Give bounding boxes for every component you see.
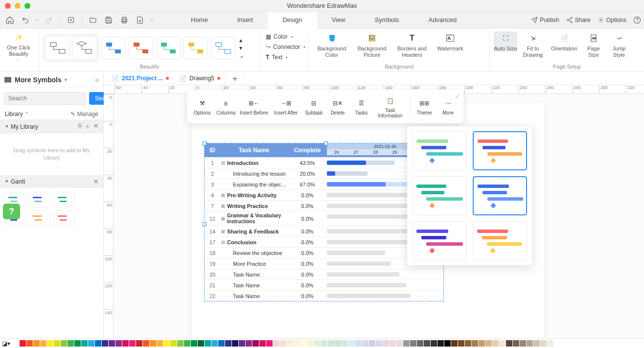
section-toggle-icon[interactable]: ▼ bbox=[5, 124, 9, 129]
document-tab[interactable]: 📄Drawing5 bbox=[174, 71, 226, 85]
beautify-style-6[interactable] bbox=[184, 37, 208, 59]
gantt-tasks-button[interactable]: ☰Tasks bbox=[350, 96, 373, 117]
open-icon[interactable] bbox=[86, 14, 100, 26]
theme-option[interactable] bbox=[473, 131, 528, 170]
color-swatch[interactable] bbox=[115, 340, 122, 347]
color-swatch[interactable] bbox=[163, 340, 170, 347]
color-swatch[interactable] bbox=[472, 340, 478, 347]
more-symbols-caret-icon[interactable]: ▾ bbox=[65, 77, 67, 82]
color-swatch[interactable] bbox=[479, 340, 485, 347]
color-swatch[interactable] bbox=[314, 340, 321, 347]
gantt-theme-button[interactable]: ⊞⊞Theme bbox=[413, 96, 436, 117]
gantt-symbol[interactable] bbox=[28, 192, 50, 208]
color-swatch[interactable] bbox=[300, 340, 307, 347]
color-swatch[interactable] bbox=[170, 340, 177, 347]
symbol-search-input[interactable] bbox=[4, 92, 86, 105]
color-swatch[interactable] bbox=[390, 340, 396, 347]
color-swatch[interactable] bbox=[109, 340, 115, 347]
color-swatch[interactable] bbox=[437, 340, 444, 347]
new-icon[interactable] bbox=[64, 14, 78, 26]
manage-button[interactable]: ✎ Manage bbox=[70, 111, 98, 117]
color-swatch[interactable] bbox=[321, 340, 327, 347]
redo-icon[interactable] bbox=[42, 14, 56, 26]
color-swatch[interactable] bbox=[335, 340, 341, 347]
gantt-symbol[interactable] bbox=[28, 210, 50, 226]
gantt-insert-before-button[interactable]: ⊞←Insert Before bbox=[238, 96, 269, 117]
color-swatch[interactable] bbox=[396, 340, 403, 347]
beautify-style-7[interactable] bbox=[211, 37, 235, 59]
theme-option[interactable] bbox=[473, 176, 528, 215]
color-swatch[interactable] bbox=[458, 340, 464, 347]
color-swatch[interactable] bbox=[424, 340, 430, 347]
watermark-button[interactable]: AWatermark bbox=[433, 31, 467, 52]
color-swatch[interactable] bbox=[403, 340, 410, 347]
beautify-style-2[interactable] bbox=[72, 37, 96, 59]
color-swatch[interactable] bbox=[328, 340, 334, 347]
gantt-subtask-button[interactable]: ⊟Subtask bbox=[302, 96, 325, 117]
background-picture-button[interactable]: 🖼️Background Picture bbox=[353, 31, 391, 58]
color-swatch[interactable] bbox=[273, 340, 279, 347]
color-swatch[interactable] bbox=[136, 340, 142, 347]
color-swatch[interactable] bbox=[417, 340, 423, 347]
gantt-task-information-button[interactable]: 📋Task Information bbox=[374, 93, 407, 120]
color-swatch[interactable] bbox=[95, 340, 101, 347]
color-swatch[interactable] bbox=[307, 340, 314, 347]
gantt-section-close-icon[interactable]: ✕ bbox=[93, 178, 98, 185]
beautify-style-4[interactable] bbox=[129, 37, 153, 59]
beautify-style-1[interactable] bbox=[46, 37, 70, 59]
color-swatch[interactable] bbox=[246, 340, 252, 347]
color-swatch[interactable] bbox=[547, 340, 553, 347]
orientation-button[interactable]: 📄Orientation bbox=[549, 31, 580, 52]
menu-tab-symbols[interactable]: Symbols bbox=[360, 12, 414, 28]
section-toggle-icon[interactable]: ▼ bbox=[5, 179, 9, 184]
color-swatch[interactable] bbox=[150, 340, 156, 347]
color-swatch[interactable] bbox=[61, 340, 67, 347]
color-swatch[interactable] bbox=[253, 340, 259, 347]
color-swatch[interactable] bbox=[239, 340, 245, 347]
color-swatch[interactable] bbox=[513, 340, 519, 347]
color-swatch[interactable] bbox=[81, 340, 88, 347]
publish-button[interactable]: Publish bbox=[531, 17, 559, 23]
beautify-prev-icon[interactable]: ▴ bbox=[239, 37, 244, 44]
color-swatch[interactable] bbox=[533, 340, 540, 347]
menu-tab-insert[interactable]: Insert bbox=[223, 12, 268, 28]
collapse-panel-icon[interactable]: « bbox=[95, 75, 99, 84]
color-swatch[interactable] bbox=[259, 340, 266, 347]
gantt-row[interactable]: 20Task Name0.0% bbox=[205, 269, 443, 279]
my-library-export-icon[interactable]: ⎘ bbox=[78, 122, 82, 131]
color-swatch[interactable] bbox=[205, 340, 211, 347]
color-swatch[interactable] bbox=[177, 340, 184, 347]
color-swatch[interactable] bbox=[26, 340, 33, 347]
borders-headers-button[interactable]: TBorders and Headers bbox=[393, 31, 431, 58]
color-swatch[interactable] bbox=[218, 340, 225, 347]
document-tab[interactable]: 📄2021 Project ... bbox=[107, 71, 174, 85]
color-swatch[interactable] bbox=[129, 340, 136, 347]
color-swatch[interactable] bbox=[342, 340, 348, 347]
color-swatch[interactable] bbox=[280, 340, 286, 347]
color-swatch[interactable] bbox=[40, 340, 46, 347]
color-swatch[interactable] bbox=[157, 340, 163, 347]
color-swatch[interactable] bbox=[540, 340, 547, 347]
color-swatch[interactable] bbox=[527, 340, 533, 347]
theme-option[interactable] bbox=[412, 176, 467, 215]
color-swatch[interactable] bbox=[348, 340, 355, 347]
color-swatch[interactable] bbox=[465, 340, 471, 347]
color-swatch[interactable] bbox=[88, 340, 94, 347]
color-swatch[interactable] bbox=[355, 340, 362, 347]
color-swatch[interactable] bbox=[506, 340, 512, 347]
color-swatch[interactable] bbox=[47, 340, 53, 347]
print-icon[interactable] bbox=[117, 14, 131, 26]
fill-color-icon[interactable]: ◪▾ bbox=[2, 340, 10, 347]
theme-option[interactable] bbox=[412, 131, 467, 170]
my-library-dropzone[interactable]: Drag symbols here to add to My Library bbox=[4, 138, 99, 171]
color-swatch[interactable] bbox=[102, 340, 108, 347]
gantt-row[interactable]: 21Task Name0.0% bbox=[205, 279, 443, 290]
library-collapse-icon[interactable]: ⌃ bbox=[25, 112, 29, 116]
color-swatch[interactable] bbox=[143, 340, 149, 347]
add-tab-button[interactable]: ＋ bbox=[226, 71, 245, 85]
color-swatch[interactable] bbox=[68, 340, 74, 347]
my-library-close-icon[interactable]: ✕ bbox=[93, 122, 98, 131]
jump-style-button[interactable]: ⤻Jump Style bbox=[607, 31, 631, 58]
color-swatch[interactable] bbox=[211, 340, 218, 347]
color-swatch[interactable] bbox=[431, 340, 437, 347]
